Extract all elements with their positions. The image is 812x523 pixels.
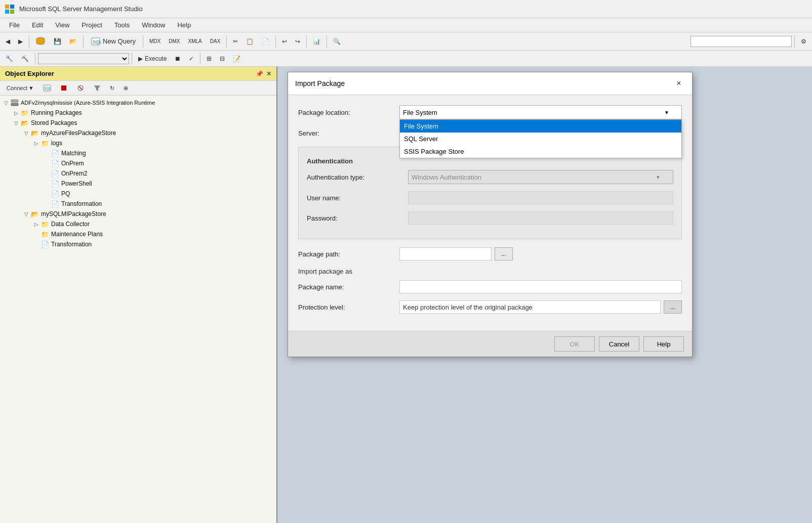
check-button[interactable]: ✓ [185,53,197,64]
cancel-button[interactable]: Cancel [599,336,639,352]
package-name-input[interactable] [399,280,682,293]
search-button[interactable]: 🔍 [330,36,344,47]
menu-help[interactable]: Help [172,19,196,31]
svg-rect-0 [5,5,9,9]
protection-level-input[interactable] [399,300,661,314]
tree-item-onprem[interactable]: ▷ 📄 OnPrem [0,158,276,168]
auth-type-trigger[interactable]: Windows Authentication ▼ [408,170,673,184]
tree-item-onprem2[interactable]: ▷ 📄 OnPrem2 [0,168,276,179]
open-button[interactable]: 📂 [66,36,80,47]
dropdown-arrow-icon: ▼ [664,110,669,115]
oe-properties-button[interactable]: ⊕ [120,83,132,93]
svg-rect-9 [61,85,66,91]
svg-text:SQL: SQL [44,86,51,91]
expander-azure[interactable]: ▽ [22,130,30,136]
back-button[interactable]: ◀ [2,36,14,47]
oe-stop-button[interactable] [57,83,71,93]
object-explorer-title: Object Explorer [5,70,54,77]
package-path-input[interactable] [399,247,492,260]
expander-logs[interactable]: ▷ [32,141,40,146]
connect-button[interactable]: Connect ▼ [3,83,37,93]
folder-mysql-icon: 📂 [30,210,39,218]
separator-6 [306,35,307,48]
save-button[interactable]: 💾 [50,36,65,47]
dmx-button[interactable]: DMX [165,36,183,46]
tree-item-transformation2[interactable]: ▷ 📄 Transformation [0,239,276,249]
oe-pin-icon[interactable]: 📌 [256,70,263,77]
copy-button[interactable]: 📋 [242,36,257,47]
menu-view[interactable]: View [50,19,74,31]
oe-refresh-button[interactable]: ↻ [106,83,118,93]
cut-button[interactable]: ✂ [229,36,241,47]
tree-item-server[interactable]: ▽ ADFv2/mysqlmissisir (Azure-SSIS Integr… [0,98,276,108]
xml-button[interactable]: XMLA [185,36,206,46]
execute-button[interactable]: ▶ Execute [135,53,170,64]
script-button[interactable]: 📝 [229,53,244,64]
main-toolbar: ◀ ▶ 💾 📂 SQL New Query MDX DMX XMLA DAX ✂… [0,32,812,51]
protection-browse-button[interactable]: ... [664,300,682,314]
report-button[interactable]: 📊 [309,36,324,47]
package-location-dropdown[interactable]: File System ▼ File System SQL Server SSI… [399,105,682,119]
grid-button[interactable]: ⊞ [203,53,215,64]
svg-line-11 [79,86,82,90]
menu-tools[interactable]: Tools [109,19,135,31]
expander-datacollector[interactable]: ▷ [32,222,40,227]
oe-disconnect-button[interactable] [73,83,88,93]
dialog-overlay: Import Package × Package location: File … [277,67,812,523]
dialog-close-button[interactable]: × [673,77,685,90]
oe-close-icon[interactable]: ✕ [266,70,271,77]
tree-item-mysql[interactable]: ▽ 📂 mySQLMIPackageStore [0,209,276,219]
tree-item-maintenance[interactable]: ▷ 📁 Maintenance Plans [0,229,276,239]
help-button[interactable]: Help [643,336,684,352]
settings-button[interactable]: ⚙ [797,36,810,47]
username-input [408,191,673,204]
tree-item-running[interactable]: ▷ 📁 Running Packages [0,108,276,118]
database-select[interactable] [38,53,129,64]
protection-level-label: Protection level: [298,303,399,311]
dax-button[interactable]: DAX [207,36,224,46]
protection-level-row: Protection level: ... [298,300,682,314]
forward-button[interactable]: ▶ [15,36,26,47]
dialog-footer: OK Cancel Help [288,331,692,357]
auth-type-dropdown[interactable]: Windows Authentication ▼ [408,170,673,184]
new-query-button[interactable]: SQL New Query [86,35,140,48]
oe-new-query-button[interactable]: SQL [39,83,55,93]
tree-item-stored[interactable]: ▽ 📂 Stored Packages [0,118,276,128]
package-location-trigger[interactable]: File System ▼ [399,105,682,119]
database-button[interactable] [32,35,49,48]
ok-button[interactable]: OK [554,336,595,352]
tree-item-matching[interactable]: ▷ 📄 Matching [0,148,276,158]
search-input[interactable] [691,36,792,47]
menu-edit[interactable]: Edit [27,19,48,31]
undo-button[interactable]: ↩ [278,36,291,47]
wrench-button[interactable]: 🔧 [2,53,17,64]
menu-file[interactable]: File [4,19,25,31]
expander-server[interactable]: ▽ [2,100,10,106]
expander-mysql[interactable]: ▽ [22,211,30,217]
tree-item-logs[interactable]: ▷ 📁 logs [0,138,276,148]
expander-stored[interactable]: ▽ [12,120,20,126]
option-sql-server[interactable]: SQL Server [400,133,681,145]
wrench2-button[interactable]: 🔨 [18,53,32,64]
tree-item-transformation1[interactable]: ▷ 📄 Transformation [0,199,276,209]
server-label: Server: [298,129,399,137]
tree-item-pq[interactable]: ▷ 📄 PQ [0,189,276,199]
stop-button[interactable]: ⏹ [171,53,184,64]
separator-4 [226,35,227,48]
paste-button[interactable]: 📄 [258,36,273,47]
table-button[interactable]: ⊟ [216,53,228,64]
menu-window[interactable]: Window [137,19,170,31]
doc-onprem2-icon: 📄 [51,169,60,178]
oe-filter-button[interactable] [90,83,104,93]
option-file-system[interactable]: File System [400,120,681,133]
expander-running[interactable]: ▷ [12,110,20,116]
option-ssis-package-store[interactable]: SSIS Package Store [400,145,681,158]
tree-item-azure[interactable]: ▽ 📂 myAzureFilesPackageStore [0,128,276,138]
tree-item-powershell[interactable]: ▷ 📄 PowerShell [0,179,276,189]
tree-item-datacollector[interactable]: ▷ 📁 Data Collector [0,219,276,229]
browse-button[interactable]: ... [495,247,513,260]
mdx-button[interactable]: MDX [146,36,164,46]
app-title: Microsoft SQL Server Management Studio [19,5,143,13]
redo-button[interactable]: ↪ [292,36,304,47]
menu-project[interactable]: Project [76,19,107,31]
